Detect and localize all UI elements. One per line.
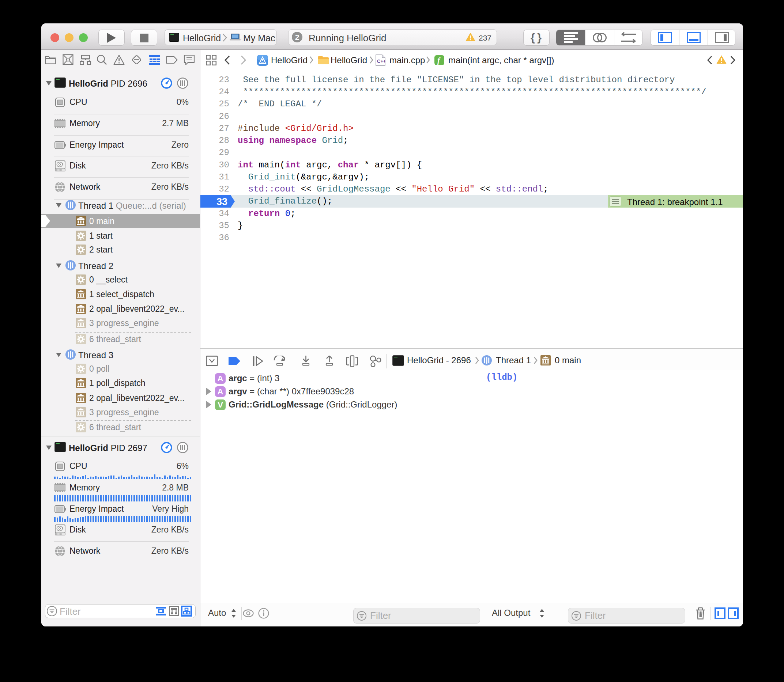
svg-text:C++: C++ <box>377 59 385 64</box>
